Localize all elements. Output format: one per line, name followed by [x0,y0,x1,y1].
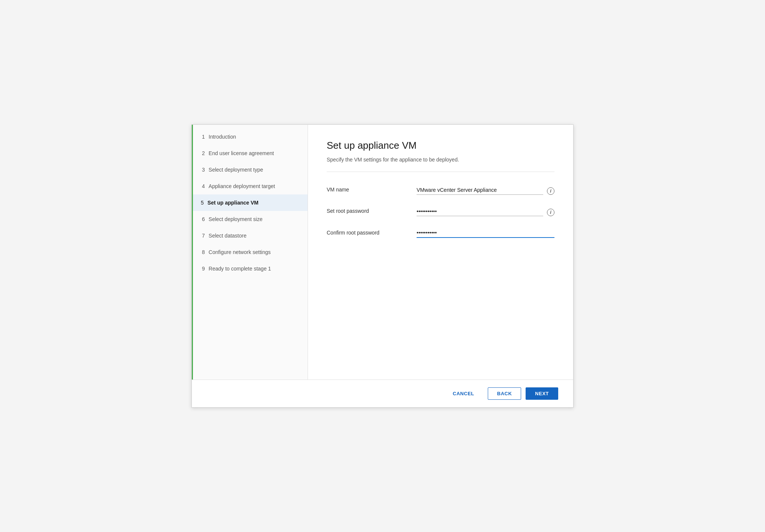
sidebar-item-label-2: End user license agreement [209,150,274,156]
sidebar-item-label-8: Configure network settings [209,249,271,255]
sidebar-item-label-5: Set up appliance VM [208,200,258,206]
vm-name-info-icon[interactable]: i [547,187,554,195]
sidebar-item-deployment-target[interactable]: 4 Appliance deployment target [192,178,308,194]
vm-name-field-wrapper: i [417,185,554,195]
step-num-6: 6 [202,216,205,222]
form-section: VM name i Set root password i [327,185,554,365]
step-num-4: 4 [202,183,205,189]
root-password-field-wrapper: i [417,207,554,216]
root-password-label: Set root password [327,208,417,216]
step-num-2: 2 [202,150,205,156]
dialog: 1 Introduction 2 End user license agreem… [191,124,574,408]
vm-name-label: VM name [327,187,417,195]
sidebar-item-introduction[interactable]: 1 Introduction [192,129,308,145]
sidebar-item-label-3: Select deployment type [209,167,263,173]
page-title: Set up appliance VM [327,140,554,151]
step-num-3: 3 [202,167,205,173]
confirm-password-field-wrapper [417,228,554,238]
root-password-info-icon[interactable]: i [547,209,554,216]
confirm-password-input[interactable] [417,228,554,238]
sidebar-item-label-9: Ready to complete stage 1 [209,266,271,272]
next-button[interactable]: NEXT [526,387,558,400]
sidebar-item-label-1: Introduction [209,134,236,140]
sidebar-item-deployment-type[interactable]: 3 Select deployment type [192,161,308,178]
step-num-1: 1 [202,134,205,140]
confirm-password-row: Confirm root password [327,228,554,238]
back-button[interactable]: BACK [488,387,521,400]
dialog-body: 1 Introduction 2 End user license agreem… [192,125,573,380]
confirm-password-label: Confirm root password [327,230,417,238]
cancel-button[interactable]: CANCEL [444,388,483,399]
sidebar-item-label-6: Select deployment size [209,216,263,222]
root-password-row: Set root password i [327,207,554,216]
step-num-7: 7 [202,233,205,239]
step-num-8: 8 [202,249,205,255]
sidebar-item-network-settings[interactable]: 8 Configure network settings [192,244,308,260]
step-num-9: 9 [202,266,205,272]
sidebar-item-label-4: Appliance deployment target [209,183,275,189]
sidebar-item-datastore[interactable]: 7 Select datastore [192,227,308,244]
sidebar-item-ready-complete[interactable]: 9 Ready to complete stage 1 [192,260,308,277]
page-subtitle: Specify the VM settings for the applianc… [327,157,554,163]
vm-name-row: VM name i [327,185,554,195]
vm-name-input[interactable] [417,185,543,195]
sidebar-item-eula[interactable]: 2 End user license agreement [192,145,308,161]
sidebar-item-setup-vm[interactable]: 5 Set up appliance VM [192,194,308,211]
sidebar-item-deployment-size[interactable]: 6 Select deployment size [192,211,308,227]
sidebar-item-label-7: Select datastore [209,233,247,239]
main-content: Set up appliance VM Specify the VM setti… [308,125,573,380]
dialog-footer: CANCEL BACK NEXT [192,380,573,407]
section-divider [327,172,554,172]
root-password-input[interactable] [417,207,543,216]
sidebar: 1 Introduction 2 End user license agreem… [192,125,308,380]
step-num-5: 5 [201,200,204,206]
